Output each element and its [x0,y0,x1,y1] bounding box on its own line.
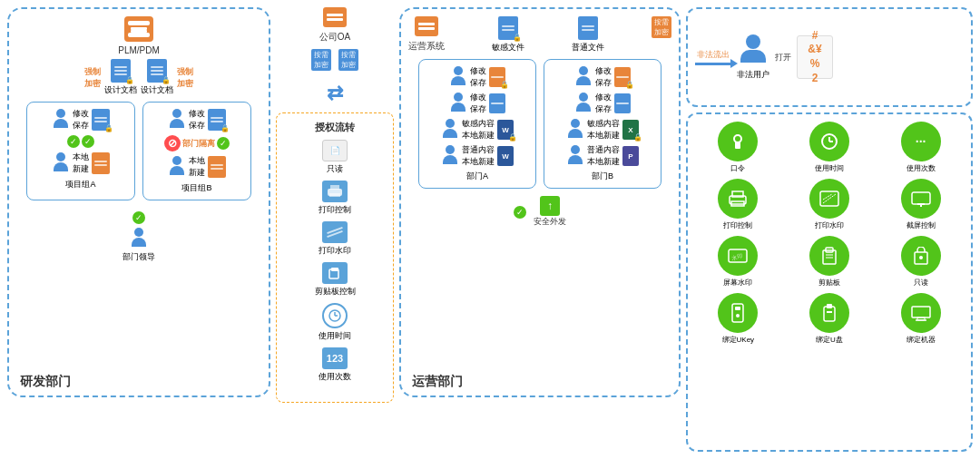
person-icon-a1 [52,109,70,131]
ctrl-ukey-label: 绑定UKey [722,335,755,345]
ctrl-print-wm-icon [809,179,849,219]
controls-section: 口令 使用时间 ··· 使用次数 [686,112,973,452]
illegal-user-area: 非法用户 [737,34,769,81]
ctrl-password-icon [718,122,758,161]
open-label: 打开 [775,52,791,63]
dept-leader-label: 部门领导 [122,251,155,263]
doc-icon-left: 🔒 [111,59,131,83]
ctrl-machine-icon [901,293,941,333]
dept-a-save2-label: 修改保存 [470,92,486,115]
dept-a-doc3: W 🔒 [497,120,514,140]
watermark-label: 打印水印 [318,245,351,257]
check-icon-a2: ✓ [82,135,94,148]
oa-area: 公司OA 按需加密 按需加密 [311,7,358,71]
ctrl-print: 打印控制 [695,179,781,230]
person-dept-b3 [566,119,584,141]
svg-line-18 [823,194,832,200]
clock-icon [322,303,348,328]
ctrl-password-label: 口令 [730,163,745,173]
ops-top: 运营系统 🔒 敏感文件 普通文件 按需加密 [408,16,671,54]
readonly-icon: 📄 [322,140,348,161]
garbled-doc: #&¥%2 [797,35,833,79]
check-row-a: ✓ ✓ [67,135,94,148]
plm-area: PLM/PDM [16,16,261,55]
print-ctrl-label: 打印控制 [318,204,351,216]
dept-a-save2: 修改保存 [449,92,505,115]
ctrl-machine: 绑定机器 [877,293,964,345]
check-icon-b: ✓ [217,137,230,150]
right-sections: 非法流出 非法用户 打开 #&¥%2 [686,7,973,452]
forced-encrypt-left: 强制加密 [84,66,101,90]
running-sys-area: 运营系统 [408,16,445,53]
svg-rect-2 [329,193,340,197]
lock-icon-right: 🔒 [162,76,171,84]
main-container: PLM/PDM 强制加密 🔒 设计文档 [0,0,980,459]
action-label-b1: 修改保存 [189,108,205,132]
project-b: 修改保存 🔒 ⊘ 部门隔离 ✓ [142,102,251,200]
action-label-a2: 本地新建 [73,151,89,175]
ctrl-count-label: 使用次数 [906,163,936,173]
person-dept-a4 [441,145,459,167]
count-label: 使用次数 [318,371,351,383]
doc-right: 🔒 设计文档 [141,59,173,96]
ctrl-machine-label: 绑定机器 [906,335,936,345]
count-icon: 123 [322,347,348,369]
dept-b: 修改保存 🔒 修改保存 敏感内容本地新建 X [544,59,662,189]
illegal-flow-label: 非法流出 [697,49,730,61]
print-ctrl-item: 打印控制 [318,181,351,216]
dept-isolate-label: 部门隔离 [182,138,215,150]
auth-section: 授权流转 📄 只读 打印控制 打印水印 [276,112,394,403]
dept-b-save2-label: 修改保存 [595,92,612,115]
svg-line-17 [823,194,836,203]
doc-pair-rd: 🔒 设计文档 🔒 设计文档 [104,59,173,96]
watermark-item: 打印水印 [318,221,351,257]
svg-text:水印: 水印 [731,253,743,261]
ctrl-count: ··· 使用次数 [877,122,964,173]
dept-leader-icon [130,228,148,249]
safe-export-check: ✓ [514,206,526,219]
ctrl-print-wm-label: 打印水印 [815,220,844,230]
plm-server-icon [124,16,153,42]
forced-encrypt-right: 强制加密 [177,66,193,90]
person-icon-a2 [52,152,70,174]
dept-a-local1: 敏感内容本地新建 W 🔒 [441,118,514,142]
ban-icon-b: ⊘ [164,135,181,151]
print-ctrl-icon [322,181,348,202]
rd-section-label: 研发部门 [20,374,71,390]
person-icon-b1 [168,109,186,131]
dept-a: 修改保存 🔒 修改保存 敏感内容本地新建 W [418,59,536,189]
encrypt-demand-area: 按需加密 [652,16,671,38]
oa-encrypt1: 按需加密 [311,49,331,71]
action-label-b2: 本地新建 [189,155,205,179]
person-icon-b2 [168,156,186,178]
safe-export-label: 安全外发 [534,216,566,228]
ctrl-udisk-label: 绑定U盘 [816,335,843,345]
running-sys-label: 运营系统 [408,40,445,53]
local-new-b: 本地新建 [168,155,226,179]
dept-b-doc3: X 🔒 [622,120,639,140]
doc-a2 [92,152,110,174]
time-item: 使用时间 [318,303,351,342]
ctrl-print-label: 打印控制 [723,220,752,230]
ctrl-udisk-icon [809,293,849,333]
dept-a-doc4: W [497,146,514,166]
project-a-label: 项目组A [65,179,95,190]
doc-left: 🔒 设计文档 [104,59,137,96]
svg-rect-33 [824,307,835,321]
project-b-label: 项目组B [181,182,211,194]
dept-a-label: 部门A [466,171,488,182]
oa-encrypt2: 按需加密 [338,49,358,71]
middle-column: 公司OA 按需加密 按需加密 ⇄ 授权流转 📄 只读 [276,7,394,452]
svg-rect-19 [912,192,930,204]
ctrl-clipboard-icon [809,236,849,276]
watermark-icon [322,221,348,243]
encrypt-demand-tag: 按需加密 [652,16,671,38]
dept-b-save1-label: 修改保存 [595,65,612,89]
illegal-user-label: 非法用户 [737,69,769,81]
svg-point-29 [919,256,923,259]
doc-b2 [208,156,226,178]
ctrl-screen-icon [901,179,941,219]
normal-file-area: 普通文件 [572,16,604,54]
forced-encrypt-row: 强制加密 🔒 设计文档 [16,59,261,96]
doc-a1: 🔒 [92,109,110,131]
